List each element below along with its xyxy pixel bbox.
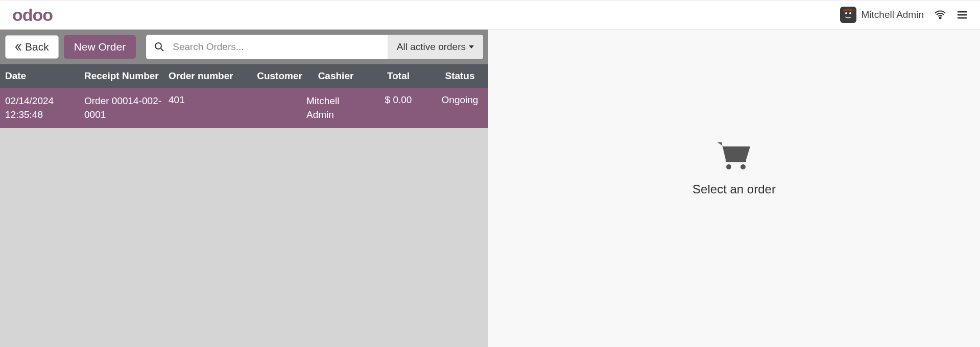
cell-cashier: Mitchell Admin [306, 94, 365, 121]
cell-total: $ 0.00 [365, 94, 432, 121]
top-right: Mitchell Admin [840, 7, 968, 23]
svg-line-8 [161, 48, 163, 51]
detail-panel: Select an order [488, 30, 980, 347]
chevron-left-icon [15, 43, 22, 51]
header-date: Date [0, 70, 84, 82]
svg-rect-5 [958, 14, 967, 16]
svg-point-1 [845, 12, 847, 14]
table-row[interactable]: 02/14/2024 12:35:48 Order 00014-002-0001… [0, 88, 488, 128]
user-name: Mitchell Admin [862, 9, 924, 20]
wifi-icon[interactable] [934, 9, 946, 21]
search-icon [146, 42, 173, 52]
header-total: Total [365, 70, 432, 82]
header-cashier: Cashier [306, 70, 365, 82]
empty-state: Select an order [692, 139, 776, 196]
orders-toolbar: Back New Order All active orders [0, 30, 488, 64]
search-wrapper: All active orders [146, 35, 483, 59]
cell-date: 02/14/2024 12:35:48 [0, 94, 84, 121]
header-customer: Customer [253, 70, 306, 82]
logo[interactable]: odoo [12, 1, 53, 29]
svg-point-2 [849, 12, 851, 14]
svg-rect-9 [726, 160, 746, 162]
empty-text: Select an order [692, 182, 776, 196]
cell-customer [253, 94, 306, 121]
svg-point-10 [726, 164, 731, 169]
filter-label: All active orders [397, 41, 466, 53]
cart-icon [715, 139, 752, 172]
header-status: Status [432, 70, 488, 82]
header-receipt: Receipt Number [84, 70, 169, 82]
user-menu[interactable]: Mitchell Admin [840, 7, 924, 23]
new-order-button[interactable]: New Order [64, 35, 136, 59]
main-container: Back New Order All active orders [0, 30, 980, 347]
cell-receipt: Order 00014-002-0001 [84, 94, 169, 121]
search-input[interactable] [173, 35, 388, 59]
svg-rect-4 [958, 11, 967, 13]
cell-order: 401 [169, 94, 253, 121]
svg-rect-6 [958, 17, 967, 19]
top-bar: odoo Mitchell Admin [0, 0, 980, 30]
chevron-down-icon [469, 45, 474, 49]
back-label: Back [25, 41, 49, 53]
svg-point-11 [740, 164, 746, 169]
back-button[interactable]: Back [5, 35, 59, 59]
table-header: Date Receipt Number Order number Custome… [0, 64, 488, 88]
hamburger-menu-icon[interactable] [957, 9, 968, 20]
filter-dropdown[interactable]: All active orders [388, 35, 483, 59]
avatar [840, 7, 856, 23]
header-order: Order number [169, 70, 253, 82]
svg-point-3 [940, 17, 941, 19]
logo-text: odoo [12, 5, 53, 25]
cell-status: Ongoing [432, 94, 488, 121]
svg-point-7 [155, 43, 161, 49]
orders-panel: Back New Order All active orders [0, 30, 488, 347]
